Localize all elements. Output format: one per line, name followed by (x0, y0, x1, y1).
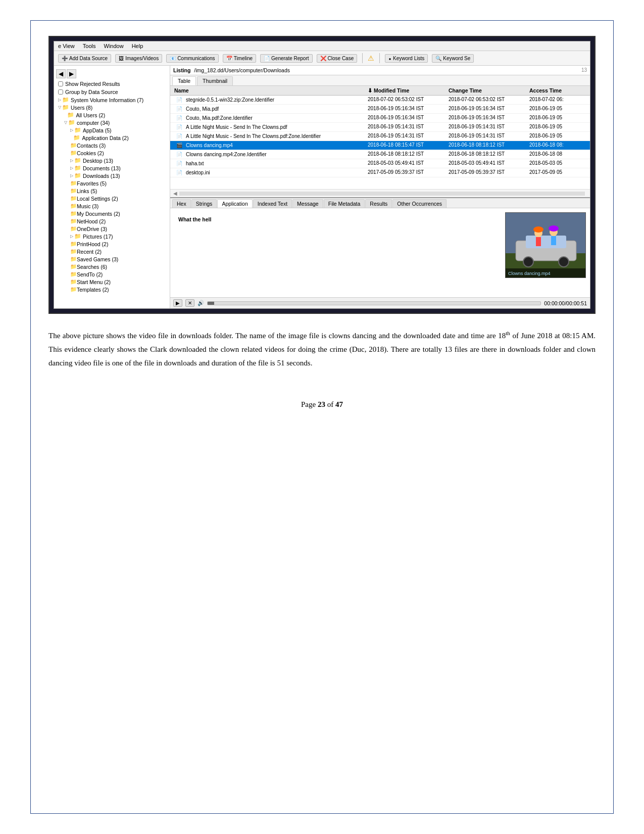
txt-icon: 📄 (174, 160, 184, 167)
tree-item-downloads[interactable]: ▷ 📁 Downloads (13) (54, 172, 170, 179)
tree-item-sendto[interactable]: 📁 SendTo (2) (54, 270, 170, 278)
tree-item-start-menu[interactable]: 📁 Start Menu (2) (54, 278, 170, 286)
tree-item-saved-games[interactable]: 📁 Saved Games (3) (54, 255, 170, 263)
show-rejected-filter[interactable]: Show Rejected Results (54, 80, 170, 88)
table-row[interactable]: 📄 Clowns dancing.mp4:Zone.Identifier 201… (170, 150, 590, 159)
tree-label: AppData (5) (83, 127, 112, 133)
tab-hex[interactable]: Hex (172, 199, 191, 208)
timeline-button[interactable]: 📅 Timeline (223, 54, 256, 63)
tree-item-desktop[interactable]: ▷ 📁 Desktop (13) (54, 157, 170, 164)
menu-item-help[interactable]: Help (132, 43, 143, 49)
show-rejected-checkbox[interactable] (58, 81, 63, 86)
close-case-icon: ❌ (320, 56, 326, 61)
images-videos-button[interactable]: 🖼 Images/Videos (115, 54, 162, 63)
keyword-lists-button[interactable]: ⬥ Keyword Lists (385, 54, 428, 63)
folder-icon: 📁 (70, 279, 77, 285)
tree-item-all-users[interactable]: 📁 All Users (2) (54, 111, 170, 119)
tree-item-documents[interactable]: ▷ 📁 Documents (13) (54, 164, 170, 172)
progress-bar[interactable] (207, 301, 541, 305)
tab-application[interactable]: Application (217, 199, 252, 208)
tree-item-nethood[interactable]: 📁 NetHood (2) (54, 217, 170, 225)
tree-item-mydocuments[interactable]: 📁 My Documents (2) (54, 210, 170, 217)
folder-icon: 📁 (62, 104, 69, 111)
left-panel: ◀ ▶ Show Rejected Results Group by Data … (54, 66, 170, 308)
file-access: 2017-05-09 05 (527, 169, 588, 176)
tab-thumbnail[interactable]: Thumbnail (197, 76, 233, 85)
tab-table[interactable]: Table (172, 76, 196, 85)
tree-item-recent[interactable]: 📁 Recent (2) (54, 248, 170, 255)
tree-label: Contacts (3) (77, 143, 106, 149)
table-row[interactable]: 📄 Couto, Mia.pdf:Zone.Identifier 2018-06… (170, 114, 590, 123)
tab-results[interactable]: Results (365, 199, 392, 208)
video-thumbnail: Clowns dancing.mp4 (505, 212, 586, 278)
file-change: 2018-06-19 05:14:31 IST (447, 132, 527, 140)
bottom-content: What the hell (170, 208, 590, 297)
expand-icon: ▷ (70, 234, 73, 239)
tree-item-computer[interactable]: ▽ 📁 computer (34) (54, 119, 170, 126)
keyword-search-button[interactable]: 🔍 Keyword Se (432, 54, 474, 63)
tree-label: Favorites (5) (77, 180, 107, 187)
table-row[interactable]: 📄 stegnide-0.5.1-win32.zip:Zone.Identifi… (170, 96, 590, 105)
close-case-label: Close Case (328, 56, 354, 61)
file-icon: 📄 (174, 151, 184, 158)
tree-item-system-volume[interactable]: ▷ 📁 System Volume Information (7) (54, 96, 170, 104)
table-row-selected[interactable]: 🎬 Clowns dancing.mp4 2018-06-18 08:15:47… (170, 141, 590, 150)
table-row[interactable]: 📄 A Little Night Music - Send In The Clo… (170, 123, 590, 132)
add-data-source-button[interactable]: ➕ Add Data Source (58, 54, 111, 63)
tree-item-cookies[interactable]: 📁 Cookies (2) (54, 149, 170, 157)
menu-item-tools[interactable]: Tools (83, 43, 96, 49)
play-button[interactable]: ▶ (173, 299, 182, 307)
tree-item-searches[interactable]: 📁 Searches (6) (54, 263, 170, 270)
file-name: 📄 Couto, Mia.pdf (172, 105, 366, 113)
scroll-bar-area[interactable]: ◀ (170, 189, 590, 197)
show-rejected-label: Show Rejected Results (65, 81, 120, 87)
horizontal-scrollbar[interactable] (179, 192, 585, 196)
file-modified: 2018-06-18 08:15:47 IST (366, 142, 447, 149)
table-row[interactable]: 📄 desktop.ini 2017-05-09 05:39:37 IST 20… (170, 168, 590, 177)
tree-item-printhood[interactable]: 📁 PrintHood (2) (54, 240, 170, 248)
svg-text:Clowns dancing.mp4: Clowns dancing.mp4 (508, 271, 551, 276)
tree-item-favorites[interactable]: 📁 Favorites (5) (54, 179, 170, 187)
file-access: 2018-07-02 06: (527, 96, 588, 104)
tree-item-pictures[interactable]: ▷ 📁 Pictures (17) (54, 233, 170, 240)
close-case-button[interactable]: ❌ Close Case (317, 54, 358, 63)
menu-item-view[interactable]: e View (58, 43, 75, 49)
tree-item-local-settings[interactable]: 📁 Local Settings (2) (54, 195, 170, 202)
forward-arrow[interactable]: ▶ (67, 69, 76, 78)
tree-item-music[interactable]: 📁 Music (3) (54, 202, 170, 210)
search-icon: 🔍 (435, 56, 441, 61)
main-layout: ◀ ▶ Show Rejected Results Group by Data … (54, 66, 590, 308)
path-bar: Listing /img_182.dd/Users/computer/Downl… (170, 66, 590, 75)
table-row[interactable]: 📄 Couto, Mia.pdf 2018-06-19 05:16:34 IST… (170, 105, 590, 114)
pdf-icon: 📄 (174, 106, 184, 112)
table-row[interactable]: 📄 haha.txt 2018-05-03 05:49:41 IST 2018-… (170, 159, 590, 168)
tree-item-templates[interactable]: 📁 Templates (2) (54, 286, 170, 293)
menu-item-window[interactable]: Window (104, 43, 124, 49)
group-by-datasource-filter[interactable]: Group by Data Source (54, 88, 170, 96)
tab-message[interactable]: Message (292, 199, 323, 208)
tree-item-appdata2[interactable]: 📁 Application Data (2) (54, 134, 170, 142)
tab-other-occurrences[interactable]: Other Occurrences (392, 199, 447, 208)
menu-bar: e View Tools Window Help (54, 41, 590, 51)
file-change: 2018-06-19 05:16:34 IST (447, 105, 527, 113)
tree-item-appdata[interactable]: ▷ 📁 AppData (5) (54, 126, 170, 134)
back-arrow[interactable]: ◀ (56, 69, 66, 78)
tree-item-users[interactable]: ▽ 📁 Users (8) (54, 104, 170, 111)
tree-item-links[interactable]: 📁 Links (5) (54, 187, 170, 195)
file-modified: 2018-06-18 08:18:12 IST (366, 151, 447, 158)
communications-button[interactable]: 📧 Communications (166, 54, 218, 63)
tree-item-contacts[interactable]: 📁 Contacts (3) (54, 142, 170, 149)
stop-button[interactable]: ✕ (185, 299, 194, 307)
folder-icon: 📁 (70, 142, 77, 149)
tree-item-onedrive[interactable]: 📁 OneDrive (3) (54, 225, 170, 233)
generate-report-button[interactable]: 📄 Generate Report (260, 54, 313, 63)
add-icon: ➕ (62, 56, 68, 61)
file-change: 2018-06-19 05:14:31 IST (447, 123, 527, 131)
tab-indexed-text[interactable]: Indexed Text (253, 199, 292, 208)
tab-strings[interactable]: Strings (191, 199, 217, 208)
group-by-checkbox[interactable] (58, 89, 63, 95)
folder-icon: 📁 (70, 256, 77, 262)
table-row[interactable]: 📄 A Little Night Music - Send In The Clo… (170, 132, 590, 141)
tab-file-metadata[interactable]: File Metadata (324, 199, 365, 208)
timeline-icon: 📅 (226, 56, 232, 61)
